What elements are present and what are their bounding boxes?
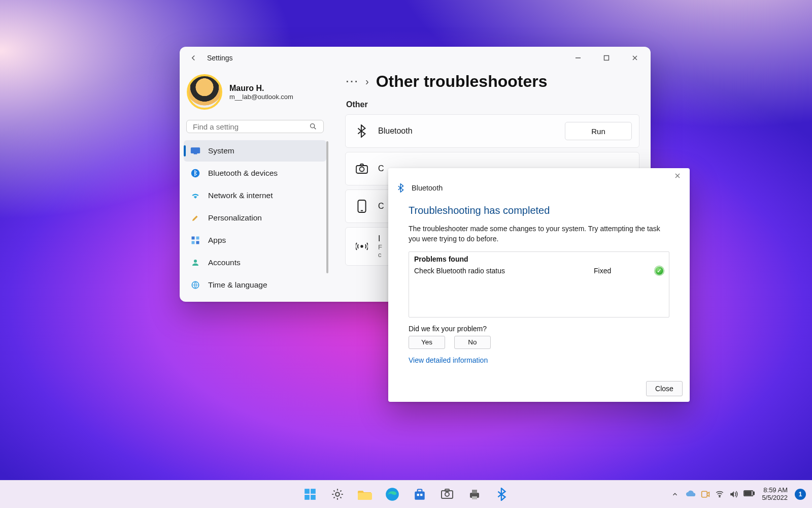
tray-volume-icon[interactable] [729, 490, 738, 498]
settings-titlebar: Settings [180, 47, 651, 69]
tray-onedrive-icon[interactable] [686, 490, 696, 498]
brush-icon [190, 212, 201, 224]
svg-rect-4 [191, 147, 200, 153]
nav-time[interactable]: Time & language [184, 274, 326, 296]
account-name: Mauro H. [229, 84, 293, 93]
search-icon [309, 122, 317, 131]
run-label: Run [591, 127, 605, 136]
dialog-close-button[interactable] [668, 169, 687, 182]
avatar [187, 74, 222, 110]
svg-point-30 [445, 492, 449, 496]
svg-rect-8 [196, 237, 199, 240]
taskbar-bluetooth[interactable] [491, 483, 513, 505]
search-box[interactable] [186, 120, 324, 133]
svg-rect-39 [745, 492, 752, 495]
nav-label: Accounts [208, 258, 241, 267]
check-icon: ✓ [655, 266, 664, 275]
taskbar-edge[interactable] [381, 483, 403, 505]
svg-rect-27 [417, 494, 419, 496]
svg-point-36 [719, 496, 720, 497]
system-tray: 8:59 AM 5/5/2022 1 [671, 481, 806, 508]
bluetooth-icon [190, 168, 201, 179]
breadcrumb: ⋯ › Other troubleshooters [345, 72, 639, 91]
svg-rect-28 [420, 494, 422, 496]
svg-rect-25 [415, 492, 425, 500]
person-icon [190, 257, 201, 268]
taskbar-clock[interactable]: 8:59 AM 5/5/2022 [762, 487, 788, 502]
minimize-button[interactable] [565, 49, 591, 67]
nav-network[interactable]: Network & internet [184, 185, 326, 206]
view-detailed-link[interactable]: View detailed information [409, 356, 669, 364]
troubleshooter-dialog: Bluetooth Troubleshooting has completed … [388, 168, 690, 402]
nav-label: Time & language [208, 280, 267, 290]
troubleshooter-card-bluetooth[interactable]: Bluetooth Run [345, 114, 639, 148]
close-button[interactable] [622, 49, 648, 67]
problems-header: Problems found [414, 255, 664, 263]
taskbar-print[interactable] [463, 483, 486, 505]
bluetooth-icon [397, 183, 407, 193]
taskbar: 8:59 AM 5/5/2022 1 [0, 480, 812, 508]
taskbar-snip[interactable] [436, 483, 458, 505]
feedback-question: Did we fix your problem? [409, 325, 669, 333]
dialog-header: Bluetooth [388, 183, 690, 196]
start-button[interactable] [299, 483, 321, 505]
svg-rect-1 [604, 56, 609, 60]
nav-label: Bluetooth & devices [208, 169, 278, 178]
problem-row: Check Bluetooth radio status Fixed ✓ [414, 266, 664, 275]
bluetooth-icon [355, 124, 369, 138]
problem-issue: Check Bluetooth radio status [414, 267, 594, 275]
run-button[interactable]: Run [565, 122, 632, 140]
svg-rect-20 [304, 495, 310, 500]
svg-rect-35 [702, 491, 707, 497]
phone-icon [355, 199, 369, 213]
maximize-button[interactable] [594, 49, 619, 67]
svg-rect-21 [311, 495, 316, 500]
svg-point-14 [360, 167, 364, 172]
notification-badge[interactable]: 1 [795, 489, 806, 500]
card-label: Bluetooth [378, 126, 556, 136]
breadcrumb-overflow[interactable]: ⋯ [345, 78, 358, 85]
page-title: Other troubleshooters [376, 72, 548, 91]
nav-personalization[interactable]: Personalization [184, 207, 326, 229]
svg-rect-18 [304, 489, 310, 494]
dialog-close-footer-button[interactable]: Close [646, 381, 683, 396]
window-title: Settings [207, 54, 233, 62]
svg-point-24 [386, 488, 399, 501]
taskbar-explorer[interactable] [354, 483, 376, 505]
nav-bluetooth[interactable]: Bluetooth & devices [184, 163, 326, 184]
svg-rect-26 [418, 489, 422, 492]
nav-system[interactable]: System [184, 140, 326, 162]
back-button[interactable] [183, 49, 204, 67]
nav-accounts[interactable]: Accounts [184, 252, 326, 273]
globe-icon [190, 279, 201, 291]
system-icon [190, 145, 201, 156]
account-block[interactable]: Mauro H. m__lab@outlook.com [184, 71, 326, 117]
tray-battery-icon[interactable] [743, 490, 755, 498]
nav-apps[interactable]: Apps [184, 230, 326, 251]
nav-label: Network & internet [208, 191, 273, 200]
feedback-no-button[interactable]: No [454, 336, 491, 349]
tray-chevron-icon[interactable] [671, 491, 679, 498]
taskbar-store[interactable] [409, 483, 431, 505]
apps-icon [190, 235, 201, 246]
feedback-yes-button[interactable]: Yes [409, 336, 445, 349]
dialog-heading: Troubleshooting has completed [409, 205, 669, 216]
nav-label: Apps [208, 236, 226, 245]
svg-rect-23 [358, 493, 372, 500]
nav-label: System [208, 146, 234, 155]
dialog-name: Bluetooth [412, 184, 443, 192]
tray-meet-icon[interactable] [701, 490, 710, 498]
clock-time: 8:59 AM [762, 487, 788, 494]
section-label: Other [346, 100, 639, 109]
taskbar-settings[interactable] [326, 483, 349, 505]
svg-rect-38 [754, 492, 755, 494]
settings-sidebar: Mauro H. m__lab@outlook.com System [180, 69, 331, 302]
tray-wifi-icon[interactable] [715, 490, 724, 498]
svg-line-3 [314, 128, 316, 129]
svg-point-22 [335, 492, 340, 496]
svg-rect-33 [472, 490, 477, 493]
search-input[interactable] [193, 122, 305, 131]
nav-list: System Bluetooth & devices Network & int… [184, 140, 326, 296]
svg-rect-19 [311, 489, 316, 494]
svg-rect-5 [194, 153, 197, 154]
